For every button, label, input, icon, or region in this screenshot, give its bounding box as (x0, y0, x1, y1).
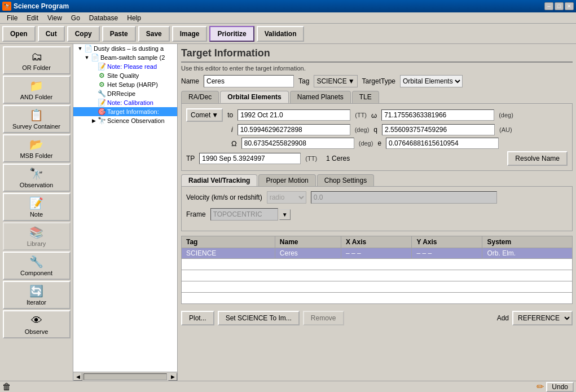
tree-expand-beam[interactable]: ▼ (83, 55, 90, 60)
tag-dropdown-icon[interactable]: ▼ (348, 77, 355, 85)
tree-expand-site (90, 73, 97, 78)
menu-help[interactable]: Help (122, 13, 146, 23)
radio-select[interactable]: radio (267, 191, 306, 204)
velocity-input[interactable] (311, 191, 497, 204)
toolbar: Open Cut Copy Paste Save Image Prioritiz… (0, 24, 576, 44)
frame-dropdown-icon[interactable]: ▼ (279, 209, 291, 220)
subtab-chop-settings[interactable]: Chop Settings (317, 174, 374, 186)
horizontal-scrollbar[interactable] (83, 373, 167, 380)
content-area: Target Information Use this editor to en… (178, 44, 576, 381)
menu-go[interactable]: Go (67, 13, 85, 23)
tree-item-target[interactable]: 🎯 Target Information: (73, 107, 177, 116)
name-row: Name Tag SCIENCE ▼ TargetType Orbital El… (181, 75, 573, 87)
save-button[interactable]: Save (138, 26, 170, 42)
tp-input[interactable] (199, 153, 301, 164)
maximize-button[interactable]: □ (555, 2, 564, 10)
paste-button[interactable]: Paste (102, 26, 136, 42)
and-folder-button[interactable]: 📁 AND Folder (3, 76, 71, 104)
plot-button[interactable]: Plot... (181, 311, 214, 325)
subtab-proper-motion[interactable]: Proper Motion (258, 174, 315, 186)
scroll-left-btn[interactable]: ◀ (73, 373, 82, 381)
remove-button[interactable]: Remove (303, 311, 344, 325)
copy-button[interactable]: Copy (67, 26, 100, 42)
cell-system: Orb. Elm. (482, 248, 573, 259)
frame-label: Frame (186, 210, 206, 218)
q-label: q (373, 126, 377, 134)
cut-button[interactable]: Cut (38, 26, 65, 42)
tree-expand-het (90, 82, 97, 87)
menu-view[interactable]: View (43, 13, 67, 23)
tag-select[interactable]: SCIENCE ▼ (314, 75, 357, 87)
subtab-radial-vel[interactable]: Radial Vel/Tracking (181, 174, 257, 186)
image-button[interactable]: Image (172, 26, 208, 42)
survey-container-button[interactable]: 📋 Survey Container (3, 105, 71, 133)
tree-expand-dusty[interactable]: ▼ (77, 46, 83, 51)
e-input[interactable] (386, 138, 499, 149)
or-folder-button[interactable]: 🗂 OR Folder (3, 46, 71, 74)
comet-type-select[interactable]: Comet ▼ (186, 108, 223, 122)
q-unit: (AU) (499, 126, 512, 133)
observe-button[interactable]: 👁 Observe (3, 310, 71, 338)
tab-tle[interactable]: TLE (352, 91, 379, 103)
close-button[interactable]: ✕ (565, 2, 574, 10)
trash-icon: 🗑 (2, 382, 11, 392)
table-row[interactable]: SCIENCE Ceres – – – – – – Orb. Elm. (182, 248, 573, 259)
tp-unit: (TT) (305, 155, 317, 162)
tree-item-note-cal[interactable]: 📝 Note: Calibration (73, 98, 177, 107)
comet-dropdown-icon[interactable]: ▼ (212, 111, 218, 119)
tree-item-site[interactable]: ⚙ Site Quality (73, 71, 177, 80)
frame-input[interactable] (210, 208, 278, 221)
menu-edit[interactable]: Edit (22, 13, 43, 23)
iterator-button[interactable]: 🔄 Iterator (3, 281, 71, 309)
targettype-select[interactable]: Orbital Elements Named Planet Fixed TLE (400, 75, 463, 87)
tab-orbital[interactable]: Orbital Elements (220, 91, 288, 103)
scroll-right-btn[interactable]: ▶ (168, 373, 177, 381)
tab-named-planets[interactable]: Named Planets (290, 91, 351, 103)
name-input[interactable] (204, 75, 294, 87)
undo-button[interactable]: Undo (546, 382, 574, 392)
menu-file[interactable]: File (2, 13, 22, 23)
pencil-icon: ✏ (537, 381, 544, 392)
msb-folder-button[interactable]: 📂 MSB Folder (3, 134, 71, 162)
tree-item-dusty[interactable]: ▼ 📄 Dusty disks – is dusting a (73, 44, 177, 53)
to-input[interactable] (238, 109, 350, 121)
tree-expand-science[interactable]: ▶ (90, 118, 97, 124)
window-title: Science Program (14, 2, 544, 10)
target-panel: Target Information Use this editor to en… (181, 47, 573, 328)
validation-button[interactable]: Validation (257, 26, 305, 42)
targettype-label: TargetType (362, 77, 395, 85)
and-folder-label: AND Folder (20, 94, 52, 100)
col-system: System (482, 236, 573, 248)
tab-radec[interactable]: RA/Dec (181, 91, 219, 103)
add-select[interactable]: REFERENCE SCIENCE GUIDE (512, 311, 573, 325)
tree-item-beam[interactable]: ▼ 📄 Beam-switch sample (2 (73, 53, 177, 62)
observation-button[interactable]: 🔭 Observation (3, 164, 71, 192)
tree-icon-site: ⚙ (97, 72, 106, 80)
tree-item-het[interactable]: ⚙ Het Setup (HARP) (73, 80, 177, 89)
tree-scrollbar[interactable]: ◀ ▶ (73, 372, 177, 381)
note-button[interactable]: 📝 Note (3, 193, 71, 221)
prioritize-button[interactable]: Prioritize (209, 26, 254, 42)
tag-label: Tag (298, 77, 309, 85)
i-input[interactable] (238, 124, 350, 135)
set-science-button[interactable]: Set SCIENCE To Im... (218, 311, 300, 325)
q-input[interactable] (382, 124, 495, 135)
minimize-button[interactable]: – (544, 2, 553, 10)
resolve-name-button[interactable]: Resolve Name (507, 151, 568, 166)
library-label: Library (27, 240, 46, 247)
target-table: Tag Name X Axis Y Axis System SCIENCE Ce… (181, 236, 573, 304)
window-controls: – □ ✕ (544, 2, 574, 10)
open-button[interactable]: Open (2, 26, 36, 42)
tree-item-dr[interactable]: 🔧 DRRecipe (73, 89, 177, 98)
tree-panel: ▼ 📄 Dusty disks – is dusting a ▼ 📄 Beam-… (73, 44, 178, 372)
tree-item-science-obs[interactable]: ▶ 🔭 Science Observation (73, 116, 177, 125)
frame-select-container: ▼ (210, 208, 291, 221)
tree-expand-note-cal (90, 100, 97, 105)
component-button[interactable]: 🔧 Component (3, 252, 71, 280)
bigomega-input[interactable] (241, 138, 354, 149)
menu-database[interactable]: Database (85, 13, 122, 23)
tree-item-note-read[interactable]: 📝 Note: Please read (73, 62, 177, 71)
cell-tag: SCIENCE (182, 248, 275, 259)
omega-input[interactable] (381, 109, 494, 121)
table-row-empty1 (182, 259, 573, 270)
